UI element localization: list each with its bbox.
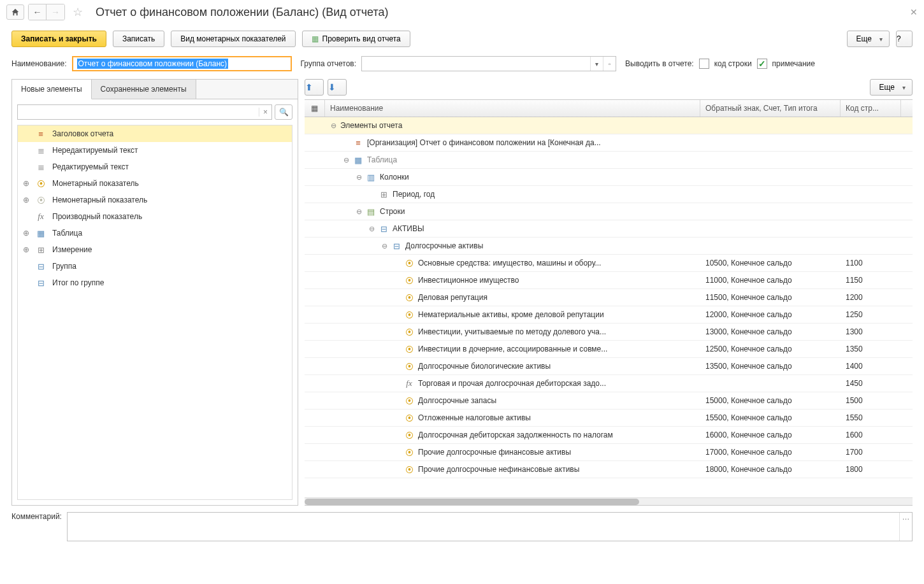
grid-icon: ⊞ (379, 189, 389, 199)
element-label: Немонетарный показатель (52, 196, 147, 204)
more-button[interactable]: Еще (847, 31, 890, 47)
tab-saved-elements[interactable]: Сохраненные элементы (92, 80, 196, 99)
expand-icon[interactable]: ⊕ (23, 179, 29, 188)
coins-icon: ⦿ (404, 292, 414, 303)
table-row[interactable]: fxТорговая и прочая долгосрочная дебитор… (305, 375, 913, 392)
element-item[interactable]: ⊕⊞Измерение (18, 241, 292, 258)
table-row[interactable]: ⦿Основные средства: имущество, машины и … (305, 255, 913, 272)
header-code[interactable]: Код стр... (841, 100, 901, 117)
favorite-button[interactable]: ☆ (69, 4, 87, 20)
nav-group: ← → (28, 4, 65, 20)
table-row[interactable]: ▦Таблица (305, 152, 913, 169)
comment-expand-button[interactable]: … (899, 513, 912, 541)
table-row[interactable]: ⦿Долгосрочная дебиторская задолженность … (305, 427, 913, 444)
tab-new-elements[interactable]: Новые элементы (12, 80, 92, 99)
table-row[interactable]: ⦿Долгосрочные биологические активы13500,… (305, 358, 913, 375)
expand-icon[interactable] (356, 173, 362, 182)
element-item[interactable]: ⊟Итог по группе (18, 274, 292, 291)
row-label: Строки (380, 207, 405, 216)
element-label: Нередактируемый текст (52, 146, 138, 155)
row-sign: 15000, Конечное сальдо (700, 396, 841, 405)
element-label: Редактируемый текст (52, 162, 129, 171)
expand-icon[interactable] (356, 208, 362, 216)
expand-icon[interactable] (368, 225, 375, 233)
forward-button[interactable]: → (47, 4, 64, 20)
monetary-view-button[interactable]: Вид монетарных показателей (171, 31, 295, 47)
coins-icon: ⦿ (404, 361, 414, 371)
home-button[interactable] (6, 4, 24, 20)
line-code-checkbox[interactable] (699, 59, 709, 69)
grid-more-button[interactable]: Еще (870, 79, 913, 96)
row-label: Отложенные налоговые активы (418, 413, 531, 422)
table-row[interactable]: ⦿Отложенные налоговые активы15500, Конеч… (305, 410, 913, 427)
header-sign[interactable]: Обратный знак, Счет, Тип итога (700, 100, 841, 117)
table-row[interactable]: ⦿Инвестиции, учитываемые по методу долев… (305, 324, 913, 341)
table-row[interactable]: ▥Колонки (305, 169, 913, 186)
help-button[interactable]: ? (896, 31, 913, 47)
expand-icon[interactable]: ⊕ (23, 229, 29, 238)
table-row[interactable]: ⊟Долгосрочные активы (305, 238, 913, 255)
close-button[interactable]: ✕ (910, 7, 918, 17)
table-row[interactable]: ▤Строки (305, 203, 913, 220)
back-button[interactable]: ← (29, 4, 47, 20)
name-label: Наименование: (11, 59, 67, 68)
move-down-button[interactable]: ⬇ (328, 79, 347, 96)
row-code: 1700 (841, 448, 901, 457)
header-config-icon[interactable]: ▦ (305, 100, 325, 117)
expand-icon[interactable] (381, 242, 387, 250)
save-button[interactable]: Записать (113, 31, 164, 47)
table-row[interactable]: ⦿Инвестиции в дочерние, ассоциированные … (305, 341, 913, 358)
table-row[interactable]: ⦿Долгосрочные запасы15000, Конечное саль… (305, 392, 913, 410)
row-sign: 12500, Конечное сальдо (700, 345, 841, 353)
element-item[interactable]: ⊕⦿Монетарный показатель (18, 175, 292, 192)
table-row[interactable]: ⊞Период, год (305, 186, 913, 203)
element-label: Монетарный показатель (52, 179, 139, 188)
expand-icon[interactable]: ⊕ (23, 196, 29, 204)
table-row[interactable]: Элементы отчета (305, 117, 913, 134)
dropdown-open-icon[interactable]: ▫ (603, 57, 616, 71)
search-clear-icon[interactable]: × (259, 108, 271, 117)
group-dropdown[interactable]: ▾ ▫ (361, 56, 616, 71)
table-row[interactable]: ⦿Прочие долгосрочные нефинансовые активы… (305, 461, 913, 478)
row-code: 1500 (841, 396, 901, 405)
table-row[interactable]: ⊟АКТИВЫ (305, 220, 913, 238)
row-code: 1450 (841, 379, 901, 388)
row-code: 1400 (841, 362, 901, 371)
group-icon: ⊟ (379, 224, 389, 234)
table-row[interactable]: ⦿Нематериальные активы, кроме деловой ре… (305, 306, 913, 324)
element-item[interactable]: ⊟Группа (18, 258, 292, 274)
element-item[interactable]: ≣Редактируемый текст (18, 159, 292, 175)
element-label: Группа (52, 262, 76, 271)
header-icon: ≡ (353, 138, 363, 148)
element-search-input[interactable]: × (17, 104, 272, 120)
table-row[interactable]: ⦿Прочие долгосрочные финансовые активы17… (305, 444, 913, 461)
expand-icon[interactable]: ⊕ (23, 245, 29, 254)
element-item[interactable]: ⊕▦Таблица (18, 225, 292, 241)
row-label: Долгосрочная дебиторская задолженность п… (418, 431, 613, 439)
horizontal-scrollbar[interactable] (305, 497, 913, 505)
element-label: Таблица (52, 229, 82, 238)
dropdown-arrow-icon[interactable]: ▾ (590, 57, 603, 71)
move-up-button[interactable]: ⬆ (305, 79, 324, 96)
table-row[interactable]: ⦿Инвестиционное имущество11000, Конечное… (305, 272, 913, 289)
element-item[interactable]: ⊕⦿Немонетарный показатель (18, 192, 292, 208)
coins-icon: ⦿ (404, 395, 414, 406)
row-label: Основные средства: имущество, машины и о… (418, 259, 601, 267)
note-checkbox[interactable] (757, 59, 767, 69)
name-input[interactable]: Отчет о финансовом положении (Баланс) (72, 56, 292, 71)
table-row[interactable]: ⦿Деловая репутация11500, Конечное сальдо… (305, 289, 913, 306)
save-close-button[interactable]: Записать и закрыть (11, 31, 106, 47)
comment-input[interactable]: … (67, 512, 913, 541)
element-item[interactable]: ≡Заголовок отчета (18, 125, 292, 142)
element-item[interactable]: ≣Нередактируемый текст (18, 142, 292, 159)
row-sign: 11000, Конечное сальдо (700, 276, 841, 285)
element-item[interactable]: fxПроизводный показатель (18, 208, 292, 225)
search-button[interactable]: 🔍 (275, 104, 292, 120)
row-sign: 10500, Конечное сальдо (700, 259, 841, 267)
expand-icon[interactable] (330, 122, 336, 130)
table-row[interactable]: ≡[Организация] Отчет о финансовом положе… (305, 134, 913, 152)
group-total-icon: ⊟ (36, 278, 46, 288)
header-name[interactable]: Наименование (325, 100, 700, 117)
expand-icon[interactable] (343, 156, 349, 164)
check-report-button[interactable]: ▦Проверить вид отчета (302, 31, 410, 47)
